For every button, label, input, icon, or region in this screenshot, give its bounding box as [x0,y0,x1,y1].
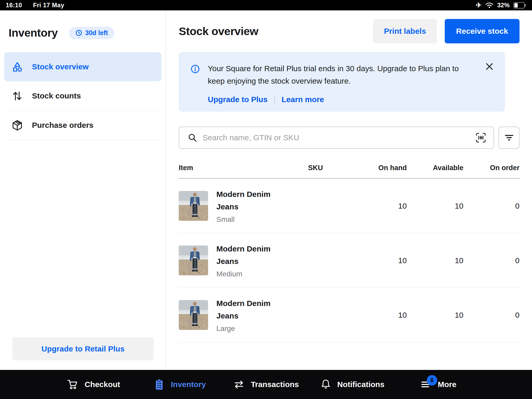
main-panel: Stock overview Print labels Receive stoc… [166,10,532,370]
sidebar-item-purchase-orders[interactable]: Purchase orders [4,111,161,140]
receive-stock-button[interactable]: Receive stock [445,19,520,43]
table-row[interactable]: Modern Denim Jeans Medium 10 10 0 [179,233,520,288]
sidebar-item-label: Purchase orders [32,121,94,130]
info-icon [190,64,200,112]
column-on-hand: On hand [361,164,407,172]
clock-icon [75,29,82,36]
filter-icon [503,132,515,143]
trial-countdown-badge: 30d left [69,27,114,39]
item-name: Modern Denim Jeans [216,188,276,213]
trial-banner: Your Square for Retail Plus trial ends i… [179,52,505,112]
clock-time: 16:10 [6,2,22,9]
table-row[interactable]: Modern Denim Jeans Large 10 10 0 [179,288,520,342]
screen: 16:10 Fri 17 May ✈ 32% Inventory [0,0,532,399]
column-on-order: On order [463,164,520,172]
nav-item-inventory[interactable]: Inventory [137,378,223,390]
airplane-mode-icon: ✈ [476,2,482,9]
sidebar-item-stock-overview[interactable]: Stock overview [4,52,161,81]
item-name: Modern Denim Jeans [216,243,276,268]
search-field[interactable] [179,127,494,149]
nav-label: Checkout [85,380,120,389]
nav-label: Notifications [337,380,384,389]
column-available: Available [407,164,463,172]
status-bar: 16:10 Fri 17 May ✈ 32% [0,0,532,10]
upgrade-retail-plus-button[interactable]: Upgrade to Retail Plus [12,337,154,360]
table-row[interactable]: Modern Denim Jeans Small 10 10 0 [179,179,520,233]
sidebar-item-label: Stock counts [32,91,81,100]
learn-more-link[interactable]: Learn more [282,93,324,106]
trial-badge-label: 30d left [85,29,108,37]
item-on-order: 0 [463,311,520,320]
nav-item-transactions[interactable]: Transactions [223,379,309,390]
item-available: 10 [407,202,463,210]
nav-label: Inventory [171,380,206,389]
search-icon [187,132,198,143]
sidebar-item-label: Stock overview [32,62,89,71]
trial-banner-message: Your Square for Retail Plus trial ends i… [208,62,459,87]
nav-item-checkout[interactable]: Checkout [50,379,137,390]
item-on-order: 0 [463,202,520,210]
battery-icon [513,2,526,9]
filter-button[interactable] [498,127,520,149]
print-labels-button[interactable]: Print labels [373,19,437,43]
column-sku: SKU [308,164,361,172]
shapes-icon [11,61,23,73]
item-available: 10 [407,256,463,265]
clipboard-icon [154,378,165,390]
table-header: Item SKU On hand Available On order [179,149,520,179]
cart-icon [67,379,79,390]
sidebar-nav: Stock overview Stock counts [4,52,161,140]
nav-item-more[interactable]: 6 More [395,379,482,390]
page-title: Stock overview [179,25,258,38]
up-down-arrows-icon [11,90,23,102]
item-available: 10 [407,311,463,320]
sidebar-title: Inventory [9,26,58,39]
item-variant: Medium [216,270,276,278]
barcode-scan-icon[interactable] [475,132,487,144]
upgrade-to-plus-link[interactable]: Upgrade to Plus [208,93,268,106]
column-item: Item [179,164,308,172]
link-divider [274,96,275,103]
stock-table: Item SKU On hand Available On order [179,149,520,342]
product-image [179,245,208,275]
item-variant: Small [216,215,276,224]
wifi-icon [485,2,494,8]
notification-count-badge: 6 [427,375,437,385]
nav-item-notifications[interactable]: Notifications [309,378,395,390]
item-on-hand: 10 [361,256,407,265]
close-icon [485,62,494,71]
item-name: Modern Denim Jeans [216,297,276,322]
bell-icon [320,378,331,390]
package-box-icon [11,119,23,131]
item-on-hand: 10 [361,202,407,210]
sidebar: Inventory 30d left [0,10,166,370]
sidebar-item-stock-counts[interactable]: Stock counts [4,81,161,110]
nav-label: More [438,380,456,389]
nav-label: Transactions [251,380,299,389]
product-image [179,300,208,330]
bottom-nav: Checkout Inventory [0,370,532,399]
banner-close-button[interactable] [484,61,495,72]
search-input[interactable] [203,133,470,142]
sidebar-divider [7,140,160,140]
transfer-arrows-icon [233,379,245,390]
item-variant: Large [216,324,276,333]
item-on-hand: 10 [361,311,407,320]
item-on-order: 0 [463,256,520,265]
status-date: Fri 17 May [33,2,64,9]
battery-percent: 32% [497,2,510,9]
product-image [179,191,208,221]
